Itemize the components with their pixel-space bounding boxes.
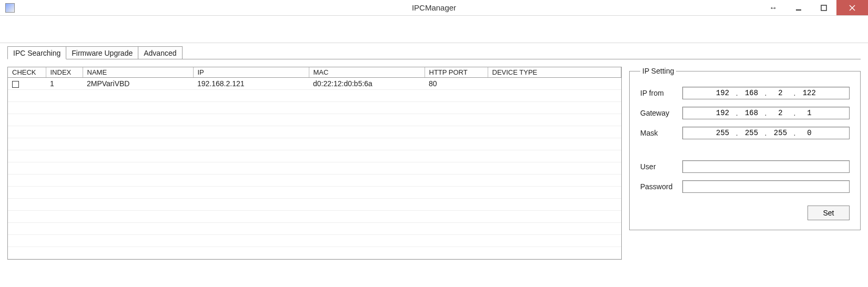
table-row[interactable] — [8, 114, 621, 126]
minimize-button[interactable] — [786, 0, 811, 15]
col-index[interactable]: INDEX — [46, 67, 83, 78]
title-controls: ↔ — [761, 0, 868, 15]
user-label: User — [640, 162, 682, 171]
table-row[interactable] — [8, 90, 621, 102]
row-checkbox[interactable] — [12, 81, 19, 88]
table-row[interactable] — [8, 138, 621, 150]
cell-ip: 192.168.2.121 — [193, 78, 309, 90]
app-icon — [5, 3, 15, 13]
window-title: IPCManager — [412, 3, 456, 12]
ip-setting-panel: IP Setting IP from . . . Gateway . . . — [629, 67, 861, 260]
content-area: CHECK INDEX NAME IP MAC HTTP PORT DEVICE… — [0, 59, 868, 267]
ip-from-seg-2[interactable] — [740, 89, 764, 97]
cell-name: 2MPVariVBD — [83, 78, 193, 90]
gateway-seg-3[interactable] — [768, 109, 792, 117]
device-table: CHECK INDEX NAME IP MAC HTTP PORT DEVICE… — [7, 67, 622, 260]
tab-ipc-searching[interactable]: IPC Searching — [7, 46, 66, 59]
gateway-input[interactable]: . . . — [682, 107, 850, 119]
table-row[interactable] — [8, 187, 621, 199]
table-row[interactable] — [8, 211, 621, 223]
cell-device-type — [488, 78, 621, 90]
mask-seg-3[interactable] — [768, 129, 792, 137]
close-button[interactable] — [836, 0, 868, 15]
gateway-label: Gateway — [640, 109, 682, 117]
svg-rect-1 — [821, 5, 826, 11]
ip-from-input[interactable]: . . . — [682, 87, 850, 99]
table-row[interactable] — [8, 235, 621, 247]
col-name[interactable]: NAME — [83, 67, 193, 78]
table-row[interactable] — [8, 162, 621, 175]
resize-horizontal-icon[interactable]: ↔ — [761, 0, 786, 15]
table-row[interactable] — [8, 247, 621, 259]
mask-seg-2[interactable] — [740, 129, 764, 137]
mask-label: Mask — [640, 129, 682, 137]
cell-index: 1 — [46, 78, 83, 90]
table-row[interactable] — [8, 199, 621, 211]
maximize-button[interactable] — [811, 0, 836, 15]
table-row[interactable]: 1 2MPVariVBD 192.168.2.121 d0:22:12:d0:b… — [8, 78, 621, 90]
ip-setting-legend: IP Setting — [640, 67, 676, 75]
col-device-type[interactable]: DEVICE TYPE — [488, 67, 621, 78]
mask-input[interactable]: . . . — [682, 127, 850, 139]
ip-from-seg-4[interactable] — [797, 89, 821, 97]
ip-from-label: IP from — [640, 89, 682, 97]
mask-seg-1[interactable] — [711, 129, 735, 137]
set-button[interactable]: Set — [808, 206, 850, 220]
table-row[interactable] — [8, 150, 621, 162]
table-header-row: CHECK INDEX NAME IP MAC HTTP PORT DEVICE… — [8, 67, 621, 78]
user-input-wrap[interactable] — [682, 160, 850, 173]
col-ip[interactable]: IP — [193, 67, 309, 78]
table-row[interactable] — [8, 223, 621, 235]
tab-advanced[interactable]: Advanced — [138, 46, 182, 59]
gateway-seg-2[interactable] — [740, 109, 764, 117]
col-mac[interactable]: MAC — [309, 67, 425, 78]
password-input-wrap[interactable] — [682, 180, 850, 193]
cell-http-port: 80 — [425, 78, 488, 90]
table-row[interactable] — [8, 102, 621, 114]
tabs-row: IPC Searching Firmware Upgrade Advanced — [0, 43, 868, 59]
table-row[interactable] — [8, 126, 621, 138]
col-http-port[interactable]: HTTP PORT — [425, 67, 488, 78]
table-row[interactable] — [8, 175, 621, 187]
title-bar: IPCManager ↔ — [0, 0, 868, 16]
ip-from-seg-3[interactable] — [768, 89, 792, 97]
col-check[interactable]: CHECK — [8, 67, 46, 78]
password-input[interactable] — [686, 181, 846, 192]
password-label: Password — [640, 182, 682, 191]
gateway-seg-1[interactable] — [711, 109, 735, 117]
ip-from-seg-1[interactable] — [711, 89, 735, 97]
tab-firmware-upgrade[interactable]: Firmware Upgrade — [66, 46, 138, 59]
user-input[interactable] — [686, 161, 846, 172]
mask-seg-4[interactable] — [797, 129, 821, 137]
toolbar-strip — [0, 16, 868, 43]
cell-mac: d0:22:12:d0:b5:6a — [309, 78, 425, 90]
gateway-seg-4[interactable] — [797, 109, 821, 117]
